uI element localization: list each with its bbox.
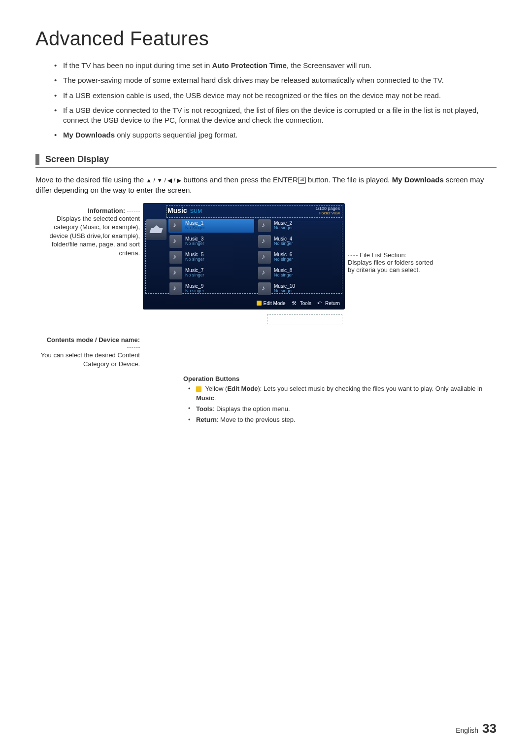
right-callouts: File List Section: Displays files or fol… (348, 203, 441, 274)
operation-buttons-section: Operation Buttons Yellow (Edit Mode): Le… (183, 375, 497, 424)
file-subtitle: No singer (185, 289, 204, 294)
category-label[interactable]: Music (167, 206, 187, 214)
page-title: Advanced Features (35, 28, 497, 50)
tv-footer: Edit Mode Tools Return (143, 298, 345, 309)
tools-button[interactable]: Tools (292, 300, 311, 307)
folder-view-label[interactable]: Folder View (315, 211, 340, 215)
tv-topbar: Music SUM 1/100 pages Folder View (143, 203, 345, 217)
note-item: If a USB device connected to the TV is n… (54, 105, 497, 126)
op-return: Return: Move to the previous step. (183, 415, 497, 424)
information-label-title: Information: (88, 207, 125, 214)
footer-page-number: 33 (482, 721, 497, 736)
music-note-icon (169, 267, 182, 279)
file-item[interactable]: Music_8No singer (258, 267, 342, 279)
yellow-c-icon (196, 386, 201, 392)
music-note-icon (169, 251, 182, 264)
file-subtitle: No singer (185, 241, 204, 246)
yellow-c-icon (257, 301, 262, 306)
intro-paragraph: Move to the desired file using the ▲ / ▼… (35, 174, 497, 195)
file-subtitle: No Singer (185, 226, 205, 231)
section-title: Screen Display (45, 154, 109, 165)
note-item: The power-saving mode of some external h… (54, 75, 497, 85)
music-note-icon (258, 235, 271, 248)
music-note-icon (258, 219, 271, 232)
file-subtitle: No singer (274, 257, 293, 262)
operation-buttons-heading: Operation Buttons (183, 375, 497, 382)
file-item[interactable]: Music_7No singer (169, 267, 253, 279)
dpad-arrows: ▲ / ▼ / ◀ / ▶ (146, 177, 181, 183)
music-note-icon (169, 235, 182, 248)
file-subtitle: No singer (185, 257, 204, 262)
left-callouts: Information: Displays the selected conte… (35, 203, 140, 369)
file-grid: Music_1No SingerMusic_2No singerMusic_3N… (169, 219, 342, 295)
return-button[interactable]: Return (317, 300, 340, 307)
file-item[interactable]: Music_3No singer (169, 235, 253, 248)
page-footer: English 33 (456, 721, 497, 736)
note-item: If the TV has been no input during time … (54, 61, 497, 70)
music-note-icon (169, 219, 182, 232)
callout-box-footer (267, 314, 342, 324)
information-label-body: Displays the selected content category (… (35, 214, 140, 258)
file-item[interactable]: Music_10No singer (258, 282, 342, 295)
file-item[interactable]: Music_4No singer (258, 235, 342, 248)
page-indicator: 1/100 pages (315, 206, 340, 211)
edit-mode-button[interactable]: Edit Mode (257, 301, 286, 306)
device-icon[interactable] (146, 219, 166, 240)
music-note-icon (169, 282, 182, 295)
music-note-icon (258, 267, 271, 279)
file-subtitle: No singer (274, 241, 293, 246)
notes-list: If the TV has been no input during time … (54, 61, 497, 140)
music-note-icon (258, 282, 271, 295)
footer-lang: English (456, 726, 478, 734)
tv-screenshot: Music SUM 1/100 pages Folder View Music_… (143, 203, 345, 309)
file-subtitle: No singer (274, 226, 293, 231)
screen-diagram: Information: Displays the selected conte… (35, 203, 497, 369)
music-note-icon (258, 251, 271, 264)
op-tools: Tools: Displays the option menu. (183, 405, 497, 413)
section-heading: Screen Display (35, 154, 497, 168)
mode-label-title: Contents mode / Device name: (47, 336, 140, 344)
heading-accent (35, 154, 39, 165)
filelist-label-title: File List Section: (360, 251, 406, 259)
note-item: My Downloads only supports sequential jp… (54, 130, 497, 140)
note-item: If a USB extension cable is used, the US… (54, 91, 497, 101)
file-item[interactable]: Music_5No singer (169, 251, 253, 264)
file-item[interactable]: Music_1No Singer (168, 219, 254, 233)
file-item[interactable]: Music_6No singer (258, 251, 342, 264)
mode-label-body: You can select the desired Content Categ… (35, 351, 140, 368)
enter-icon: ⏎ (298, 177, 306, 184)
file-item[interactable]: Music_9No singer (169, 282, 253, 295)
device-label[interactable]: SUM (190, 208, 202, 214)
filelist-label-body: Displays files or folders sorted by crit… (348, 259, 441, 274)
op-yellow: Yellow (Edit Mode): Lets you select musi… (183, 384, 497, 402)
file-subtitle: No singer (185, 273, 204, 278)
file-subtitle: No singer (274, 289, 295, 294)
file-subtitle: No singer (274, 273, 293, 278)
file-item[interactable]: Music_2No singer (258, 219, 342, 232)
